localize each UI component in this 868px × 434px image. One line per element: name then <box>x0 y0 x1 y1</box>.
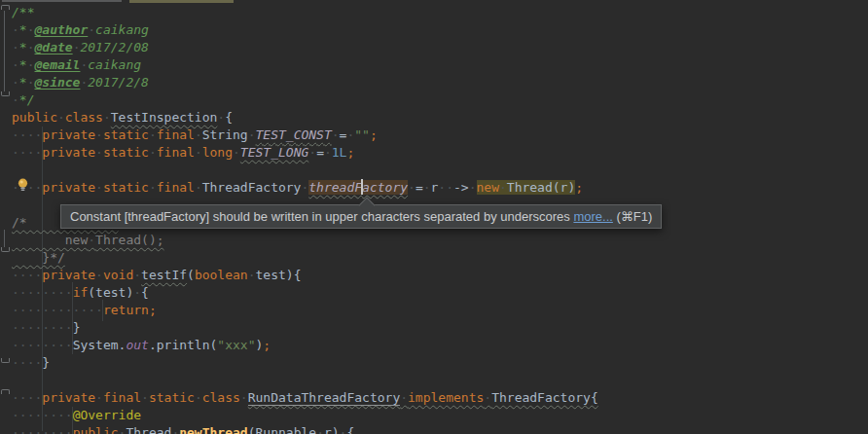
code-line[interactable]: ············return; <box>12 302 598 319</box>
tooltip-shortcut: (⌘F1) <box>617 209 653 224</box>
inactive-tab-edge <box>2 0 122 2</box>
inspection-tooltip: Constant [threadFactory] should be writt… <box>60 204 662 229</box>
code-line[interactable]: ········if(test)·{ <box>12 284 598 302</box>
code-line[interactable]: ····} <box>12 354 598 372</box>
code-line[interactable]: public·class·TestInspection·{ <box>12 109 598 127</box>
code-line[interactable]: ····private·final·static·class·RunDataTh… <box>12 389 598 407</box>
fold-marker-comment-end[interactable] <box>1 247 10 252</box>
intention-bulb-icon[interactable] <box>17 178 29 192</box>
code-line[interactable]: ········} <box>12 319 598 337</box>
tooltip-message: Constant [threadFactory] should be writt… <box>70 209 570 224</box>
editor-gutter <box>0 0 11 434</box>
code-line[interactable]: ·*/ <box>12 91 598 109</box>
fold-marker-javadoc-start[interactable] <box>1 5 10 10</box>
code-line[interactable]: ········@Override <box>12 407 598 424</box>
code-line[interactable]: }*/ <box>12 249 598 267</box>
code-line[interactable]: ·*·@author·caikang <box>12 21 598 39</box>
code-line[interactable] <box>12 162 598 179</box>
code-line[interactable] <box>12 372 598 389</box>
code-line[interactable]: ·*·@date·2017/2/08 <box>12 39 598 56</box>
tooltip-more-link[interactable]: more... <box>573 209 612 224</box>
code-line[interactable]: ····private·static·final·long·TEST_LONG·… <box>12 144 598 162</box>
fold-marker-javadoc-end[interactable] <box>1 91 10 96</box>
code-line[interactable]: /** <box>12 4 598 21</box>
code-line[interactable]: ····private·static·final·ThreadFactory·t… <box>12 179 598 197</box>
fold-marker-class-start[interactable] <box>1 389 10 394</box>
code-line[interactable]: new·Thread(); <box>12 232 598 249</box>
code-line[interactable]: ·*·@email·caikang <box>12 56 598 74</box>
code-line[interactable]: ········System.out.println("xxx"); <box>12 337 598 354</box>
code-line[interactable]: ·*·@since·2017/2/8 <box>12 74 598 91</box>
active-tab-edge <box>129 0 234 3</box>
code-line[interactable]: ····private·static·final·String·TEST_CON… <box>12 127 598 144</box>
fold-range-line <box>4 230 5 247</box>
fold-marker-method-end[interactable] <box>1 358 10 363</box>
fold-range-line <box>4 11 5 91</box>
ide-editor-window: /**·*·@author·caikang·*·@date·2017/2/08·… <box>0 0 868 434</box>
code-line[interactable]: ····private·void·testIf(boolean·test){ <box>12 267 598 284</box>
code-line[interactable]: ········public·Thread·newThread(Runnable… <box>12 424 598 434</box>
